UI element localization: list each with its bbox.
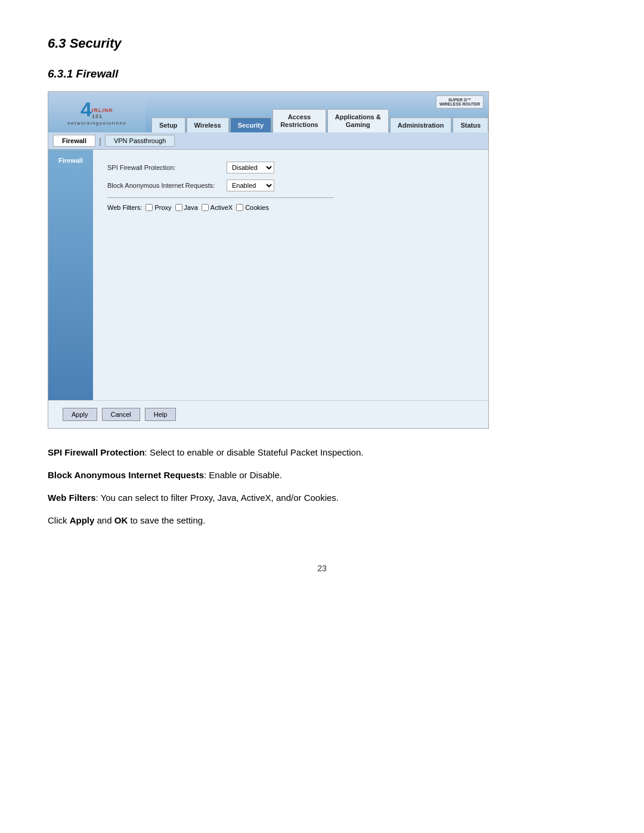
sub-tab-firewall[interactable]: Firewall bbox=[53, 135, 95, 147]
logo-area: 4 IRLINK 101 networkingsolutions bbox=[48, 92, 145, 132]
desc-apply-bold1: Apply bbox=[70, 515, 95, 525]
router-ui: 4 IRLINK 101 networkingsolutions Setup W… bbox=[48, 91, 489, 429]
router-header: 4 IRLINK 101 networkingsolutions Setup W… bbox=[48, 92, 488, 132]
page-number: 23 bbox=[48, 563, 596, 573]
desc-apply: Click Apply and OK to save the setting. bbox=[48, 513, 596, 528]
desc-webfilters: Web Filters: You can select to filter Pr… bbox=[48, 491, 596, 505]
nav-tab-access[interactable]: AccessRestrictions bbox=[273, 109, 326, 132]
spi-row: SPI Firewall Protection: Disabled Enable… bbox=[107, 162, 474, 174]
apply-button[interactable]: Apply bbox=[63, 408, 97, 421]
section-title: 6.3 Security bbox=[48, 36, 596, 51]
checkbox-cookies[interactable]: Cookies bbox=[236, 204, 269, 211]
desc-block: Block Anonymous Internet Requests: Enabl… bbox=[48, 468, 596, 482]
spi-select[interactable]: Disabled Enabled bbox=[227, 162, 274, 174]
sub-nav-separator: | bbox=[97, 135, 104, 147]
logo-number: 4 bbox=[80, 99, 92, 119]
proxy-checkbox[interactable] bbox=[145, 204, 153, 211]
sidebar-label: Firewall bbox=[58, 157, 83, 164]
desc-block-text: : Enable or Disable. bbox=[204, 470, 282, 480]
sub-tab-vpn[interactable]: VPN Passthrough bbox=[105, 135, 175, 147]
activex-checkbox[interactable] bbox=[202, 204, 209, 211]
java-checkbox[interactable] bbox=[175, 204, 182, 211]
cookies-checkbox[interactable] bbox=[236, 204, 243, 211]
web-filters-label: Web Filters: bbox=[107, 204, 142, 211]
desc-webfilters-text: : You can select to filter Proxy, Java, … bbox=[96, 493, 339, 503]
sidebar: Firewall bbox=[48, 150, 93, 400]
sub-nav: Firewall | VPN Passthrough bbox=[48, 132, 488, 150]
subsection-title: 6.3.1 Firewall bbox=[48, 67, 596, 80]
web-filters-row: Web Filters: Proxy Java ActiveX Cookies bbox=[107, 204, 474, 211]
logo-model: 101 bbox=[92, 113, 113, 119]
logo-subtitle: networkingsolutions bbox=[67, 120, 126, 126]
desc-spi-bold: SPI Firewall Protection bbox=[48, 447, 145, 457]
checkbox-java[interactable]: Java bbox=[175, 204, 198, 211]
router-footer: Apply Cancel Help bbox=[48, 400, 488, 428]
cancel-button[interactable]: Cancel bbox=[102, 408, 140, 421]
cookies-label: Cookies bbox=[245, 204, 269, 211]
description-block: SPI Firewall Protection: Select to enabl… bbox=[48, 445, 596, 528]
block-select[interactable]: Enabled Disabled bbox=[227, 179, 274, 191]
activex-label: ActiveX bbox=[210, 204, 233, 211]
desc-block-bold: Block Anonymous Internet Requests bbox=[48, 470, 204, 480]
logo-brand: IRLINK bbox=[92, 107, 113, 113]
super-g-badge: SUPER G™WIRELESS ROUTER bbox=[436, 95, 484, 109]
nav-tab-status[interactable]: Status bbox=[453, 117, 488, 132]
desc-apply-text2: and bbox=[94, 515, 114, 525]
desc-spi-text: : Select to enable or disable Stateful P… bbox=[145, 447, 364, 457]
desc-apply-text3: to save the setting. bbox=[128, 515, 205, 525]
desc-spi: SPI Firewall Protection: Select to enabl… bbox=[48, 445, 596, 460]
nav-tab-gaming[interactable]: Applications &Gaming bbox=[327, 109, 389, 132]
router-content: Firewall SPI Firewall Protection: Disabl… bbox=[48, 150, 488, 400]
proxy-label: Proxy bbox=[154, 204, 171, 211]
nav-tab-admin[interactable]: Administration bbox=[390, 117, 452, 132]
desc-apply-text1: Click bbox=[48, 515, 70, 525]
help-button[interactable]: Help bbox=[145, 408, 177, 421]
checkbox-proxy[interactable]: Proxy bbox=[145, 204, 171, 211]
nav-tab-security[interactable]: Security bbox=[230, 117, 271, 132]
form-divider bbox=[107, 197, 334, 198]
block-row: Block Anonymous Internet Requests: Enabl… bbox=[107, 179, 474, 191]
spi-label: SPI Firewall Protection: bbox=[107, 164, 227, 171]
desc-webfilters-bold: Web Filters bbox=[48, 493, 96, 503]
desc-apply-bold2: OK bbox=[114, 515, 128, 525]
checkbox-activex[interactable]: ActiveX bbox=[202, 204, 233, 211]
block-label: Block Anonymous Internet Requests: bbox=[107, 182, 227, 189]
nav-tab-setup[interactable]: Setup bbox=[151, 117, 185, 132]
java-label: Java bbox=[184, 204, 198, 211]
nav-tab-wireless[interactable]: Wireless bbox=[187, 117, 229, 132]
main-content: SPI Firewall Protection: Disabled Enable… bbox=[93, 150, 488, 400]
